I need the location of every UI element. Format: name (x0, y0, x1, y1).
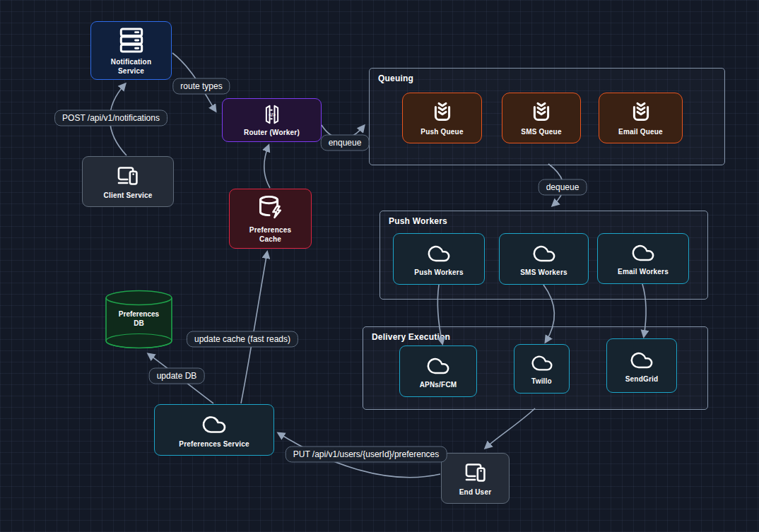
edge-delivery-to-enduser (486, 408, 535, 448)
node-sms-queue[interactable]: SMS Queue (502, 93, 581, 143)
edge-label-enqueue[interactable]: enqueue (321, 135, 370, 151)
group-title: Delivery Execution (372, 332, 450, 342)
node-twillo[interactable]: Twillo (514, 344, 570, 394)
edge-label-route-types[interactable]: route types (172, 78, 230, 95)
edge-label-put-preferences[interactable]: PUT /api/v1/users/{userId}/preferences (286, 447, 447, 463)
node-label: Client Service (104, 191, 153, 200)
svg-text:</>: </> (269, 112, 276, 117)
node-label: Email Queue (618, 127, 663, 136)
cloud-icon (198, 412, 230, 437)
edge-label-update-db[interactable]: update DB (149, 368, 205, 384)
edge-label-dequeue[interactable]: dequeue (539, 179, 587, 196)
edge-cache-to-router (264, 146, 270, 188)
node-router-worker[interactable]: </> Router (Worker) (222, 98, 322, 142)
node-sendgrid[interactable]: SendGrid (606, 338, 677, 393)
node-apns-fcm[interactable]: APNs/FCM (399, 345, 477, 397)
node-preferences-cache[interactable]: Preferences Cache (229, 189, 312, 249)
node-sms-workers[interactable]: SMS Workers (499, 233, 589, 285)
cloud-icon (423, 354, 454, 378)
node-label: Preferences Service (179, 439, 249, 449)
node-preferences-db[interactable]: Preferences DB (105, 290, 173, 350)
node-label: Email Workers (618, 267, 669, 276)
node-preferences-service[interactable]: Preferences Service (154, 404, 274, 456)
node-label: Twillo (531, 377, 552, 386)
cloud-icon (529, 242, 560, 266)
devices-icon (461, 460, 490, 485)
diagram-canvas: Queuing Push Workers Delivery Execution (0, 0, 759, 532)
node-label: APNs/FCM (420, 380, 457, 389)
node-label: SMS Workers (520, 268, 567, 277)
node-label: Notification Service (105, 57, 158, 76)
node-end-user[interactable]: End User (441, 453, 510, 504)
node-email-queue[interactable]: Email Queue (599, 93, 683, 143)
server-icon (117, 25, 146, 55)
router-icon: </> (259, 103, 285, 126)
database-zap-icon (256, 194, 286, 223)
node-email-workers[interactable]: Email Workers (597, 233, 689, 284)
node-label: End User (459, 487, 492, 497)
devices-icon (114, 163, 142, 189)
group-title: Queuing (378, 73, 413, 83)
node-push-workers[interactable]: Push Workers (393, 233, 485, 285)
cloud-icon (423, 242, 454, 266)
node-label: Push Workers (414, 268, 463, 277)
node-label: SendGrid (625, 374, 659, 384)
node-label: Preferences Cache (245, 225, 297, 244)
edge-label-update-cache[interactable]: update cache (fast reads) (187, 331, 298, 348)
edge-label-post-notifications[interactable]: POST /api/v1/notifications (54, 110, 167, 126)
node-label: Push Queue (420, 127, 463, 136)
queue-icon (529, 100, 554, 125)
node-push-queue[interactable]: Push Queue (402, 93, 482, 143)
group-title: Push Workers (389, 216, 447, 226)
node-client-service[interactable]: Client Service (82, 156, 174, 207)
node-label: Router (Worker) (244, 128, 300, 137)
node-label: Preferences DB (113, 309, 165, 328)
queue-icon (628, 100, 654, 125)
cloud-icon (628, 241, 659, 265)
node-label: SMS Queue (521, 127, 561, 136)
cloud-icon (626, 348, 657, 372)
edge-prefservice-to-cache (241, 252, 267, 403)
node-notification-service[interactable]: Notification Service (90, 21, 172, 80)
cloud-icon (528, 352, 556, 374)
queue-icon (430, 100, 455, 125)
